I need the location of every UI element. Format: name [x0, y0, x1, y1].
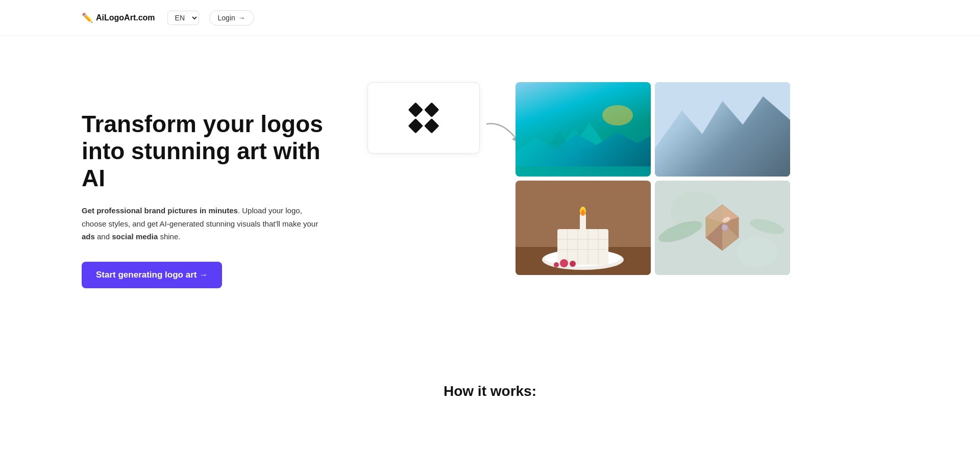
navbar: ✏️ AiLogoArt.com EN Login → [0, 0, 980, 36]
login-label: Login [218, 14, 235, 22]
svg-marker-13 [716, 113, 737, 133]
svg-point-30 [554, 262, 559, 267]
hero-description: Get professional brand pictures in minut… [82, 204, 327, 243]
svg-point-47 [722, 224, 728, 231]
image-wave [516, 82, 651, 177]
image-gem [655, 181, 790, 275]
svg-rect-31 [580, 214, 586, 232]
svg-rect-3 [424, 118, 439, 134]
svg-point-28 [560, 259, 568, 267]
image-candle [516, 181, 651, 275]
hero-desc-end: shine. [158, 232, 180, 241]
logo-source-card [368, 82, 480, 154]
hero-copy: Transform your logos into stunning art w… [82, 111, 327, 288]
hero-desc-bold-start: Get professional brand pictures in minut… [82, 206, 238, 215]
site-logo: ✏️ AiLogoArt.com [82, 12, 155, 23]
logo-text: AiLogoArt.com [96, 13, 155, 22]
how-it-works-title: How it works: [82, 383, 898, 399]
svg-marker-8 [577, 123, 602, 151]
hero-title: Transform your logos into stunning art w… [82, 111, 327, 192]
logo-icon: ✏️ [82, 12, 93, 23]
svg-point-33 [581, 210, 585, 216]
svg-rect-0 [408, 102, 423, 117]
svg-rect-1 [424, 102, 439, 117]
svg-rect-2 [408, 118, 423, 134]
svg-marker-16 [757, 108, 767, 115]
hero-desc-ads: ads [82, 232, 95, 241]
diamond-logo-svg [406, 100, 442, 136]
cta-label: Start generating logo art → [96, 270, 208, 280]
hero-section: Transform your logos into stunning art w… [0, 36, 980, 363]
svg-rect-9 [655, 82, 790, 177]
hero-desc-and: and [95, 232, 112, 241]
svg-marker-14 [737, 123, 757, 143]
arrow-svg [484, 119, 520, 144]
cta-button[interactable]: Start generating logo art → [82, 262, 222, 288]
hero-desc-social: social media [112, 232, 158, 241]
svg-point-36 [737, 237, 777, 267]
result-image-grid [516, 82, 790, 275]
login-button[interactable]: Login → [209, 10, 254, 26]
svg-point-5 [602, 105, 633, 126]
image-mountain [655, 82, 790, 177]
svg-marker-7 [546, 131, 572, 159]
hero-image-collage [368, 82, 898, 317]
svg-point-29 [570, 261, 576, 267]
language-selector[interactable]: EN [167, 11, 199, 25]
how-it-works-section: How it works: [0, 363, 980, 410]
login-arrow-icon: → [238, 14, 246, 22]
